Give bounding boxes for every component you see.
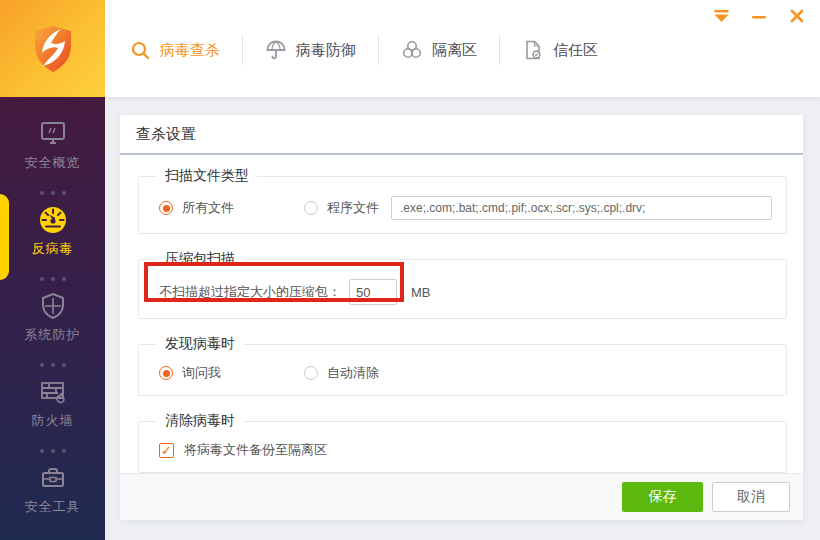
size-unit-label: MB (411, 285, 431, 300)
archive-size-label: 不扫描超过指定大小的压缩包： (159, 283, 341, 301)
top-bar: 病毒查杀 病毒防御 隔离区 (105, 0, 820, 97)
monitor-icon (38, 118, 68, 150)
minimize-icon[interactable] (750, 9, 768, 23)
radio-auto-clean[interactable] (304, 366, 318, 380)
group-scan-file-type: 扫描文件类型 所有文件 程序文件 (138, 167, 787, 234)
group-on-virus-found: 发现病毒时 询问我 自动清除 (138, 335, 787, 396)
sidebar-item-label: 安全工具 (25, 498, 81, 516)
panel-footer: 保存 取消 (120, 473, 803, 520)
radio-label: 所有文件 (182, 199, 234, 217)
sidebar: 安全概览 反病毒 (0, 97, 105, 540)
sidebar-item-label: 系统防护 (25, 326, 81, 344)
extensions-input[interactable] (391, 196, 772, 220)
tab-label: 病毒防御 (296, 41, 356, 60)
radio-program-files[interactable] (304, 201, 318, 215)
umbrella-icon (265, 39, 287, 61)
active-indicator (0, 194, 9, 280)
radio-all-files[interactable] (159, 201, 173, 215)
checkbox-label: 将病毒文件备份至隔离区 (184, 441, 327, 459)
window-controls (712, 9, 806, 23)
sidebar-item-label: 安全概览 (25, 154, 81, 172)
checkbox-backup-to-quarantine[interactable] (159, 443, 174, 458)
menu-dropdown-icon[interactable] (712, 9, 730, 23)
scan-settings-panel: 查杀设置 扫描文件类型 所有文件 程序文件 压缩包扫描 不扫描超过指定大小的压缩… (120, 115, 803, 520)
shield-icon (38, 290, 68, 322)
radio-label: 询问我 (182, 364, 221, 382)
radio-ask-me[interactable] (159, 366, 173, 380)
radio-label: 自动清除 (327, 364, 379, 382)
tab-virus-scan[interactable]: 病毒查杀 (130, 40, 242, 61)
sidebar-item-system-protection[interactable]: 系统防护 (0, 290, 105, 354)
gauge-icon (38, 204, 68, 236)
sidebar-dots (0, 182, 105, 204)
close-icon[interactable] (788, 9, 806, 23)
group-on-virus-clean: 清除病毒时 将病毒文件备份至隔离区 (138, 412, 787, 473)
group-legend: 压缩包扫描 (157, 250, 243, 268)
sidebar-item-security-tools[interactable]: 安全工具 (0, 462, 105, 526)
group-legend: 清除病毒时 (157, 412, 243, 430)
cancel-button[interactable]: 取消 (712, 482, 790, 512)
firewall-icon (38, 376, 68, 408)
sidebar-item-label: 反病毒 (32, 240, 74, 258)
sidebar-dots (0, 268, 105, 290)
tab-label: 隔离区 (432, 41, 477, 60)
sidebar-item-label: 防火墙 (32, 412, 74, 430)
toolbox-icon (38, 462, 68, 494)
sidebar-item-firewall[interactable]: 防火墙 (0, 376, 105, 440)
search-icon (130, 40, 151, 61)
top-nav-tabs: 病毒查杀 病毒防御 隔离区 (130, 32, 620, 68)
tab-label: 病毒查杀 (160, 41, 220, 60)
save-button[interactable]: 保存 (622, 482, 703, 512)
sidebar-dots (0, 354, 105, 376)
radio-label: 程序文件 (327, 199, 379, 217)
app-logo (0, 0, 105, 97)
tab-label: 信任区 (553, 41, 598, 60)
biohazard-icon (401, 39, 423, 61)
sidebar-dots (0, 440, 105, 462)
sidebar-item-security-overview[interactable]: 安全概览 (0, 118, 105, 182)
sidebar-item-antivirus[interactable]: 反病毒 (0, 204, 105, 268)
group-archive-scan: 压缩包扫描 不扫描超过指定大小的压缩包： MB (138, 250, 787, 319)
shield-logo-icon (30, 24, 76, 74)
doc-check-icon (522, 39, 544, 61)
tab-quarantine[interactable]: 隔离区 (379, 39, 499, 61)
page-title: 查杀设置 (120, 115, 803, 155)
tab-virus-defense[interactable]: 病毒防御 (243, 39, 378, 61)
archive-size-input[interactable] (349, 279, 397, 305)
group-legend: 扫描文件类型 (157, 167, 257, 185)
tab-trust-zone[interactable]: 信任区 (500, 39, 620, 61)
group-legend: 发现病毒时 (157, 335, 243, 353)
